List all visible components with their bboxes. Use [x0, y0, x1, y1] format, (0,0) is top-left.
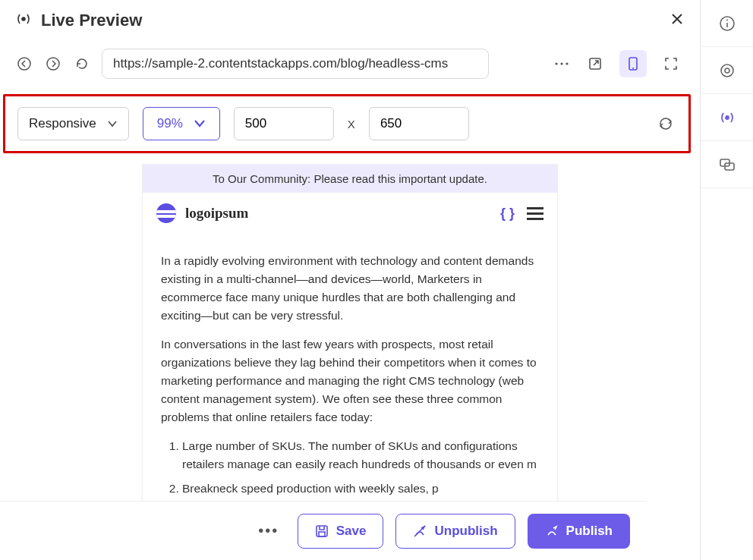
width-input[interactable] — [234, 107, 334, 140]
device-select-label: Responsive — [29, 116, 96, 131]
svg-point-15 — [721, 64, 733, 77]
zoom-label: 99% — [157, 116, 183, 131]
unpublish-label: Unpublish — [434, 524, 497, 539]
height-input[interactable] — [369, 107, 469, 140]
svg-point-16 — [725, 68, 729, 73]
chevron-down-icon — [194, 119, 206, 128]
page-title: Live Preview — [41, 11, 142, 30]
publish-label: Publish — [566, 524, 613, 539]
code-icon[interactable]: { } — [500, 206, 515, 222]
svg-point-4 — [560, 62, 562, 64]
svg-point-0 — [22, 17, 25, 20]
hamburger-icon[interactable] — [527, 207, 543, 220]
logo-text: logoipsum — [185, 205, 248, 222]
rail-live-preview-icon[interactable] — [701, 94, 753, 141]
preview-frame: To Our Community: Please read this impor… — [142, 164, 558, 543]
device-select[interactable]: Responsive — [17, 107, 129, 140]
body-para-1: In a rapidly evolving environment with t… — [161, 252, 539, 325]
svg-point-2 — [47, 58, 59, 70]
forward-button[interactable] — [44, 55, 62, 73]
rail-comments-icon[interactable] — [701, 141, 753, 188]
url-input[interactable] — [102, 49, 489, 79]
save-button[interactable]: Save — [298, 514, 384, 549]
svg-point-17 — [726, 116, 729, 119]
save-icon — [315, 524, 329, 538]
logo-mark-icon — [156, 203, 176, 223]
footer-more-icon[interactable]: ••• — [252, 514, 285, 548]
open-external-icon[interactable] — [581, 50, 609, 77]
body-para-2: In conversations in the last few years w… — [161, 335, 539, 426]
dimension-separator: X — [348, 118, 355, 131]
preview-body: In a rapidly evolving environment with t… — [143, 234, 557, 516]
publish-button[interactable]: Publish — [528, 514, 630, 549]
unpublish-icon — [413, 524, 427, 538]
rotate-device-icon[interactable] — [655, 113, 676, 134]
svg-point-1 — [18, 58, 30, 70]
close-button[interactable] — [670, 11, 685, 30]
list-item: Large number of SKUs. The number of SKUs… — [182, 437, 539, 473]
live-preview-icon — [15, 12, 32, 29]
mobile-view-icon[interactable] — [619, 50, 647, 77]
responsive-controls: Responsive 99% X — [3, 94, 691, 153]
svg-point-3 — [555, 62, 557, 64]
zoom-select[interactable]: 99% — [143, 107, 220, 140]
rail-target-icon[interactable] — [701, 47, 753, 94]
unpublish-button[interactable]: Unpublish — [395, 514, 515, 549]
svg-rect-10 — [319, 532, 325, 536]
rail-info-icon[interactable] — [701, 0, 753, 47]
reload-button[interactable] — [73, 55, 91, 73]
svg-point-5 — [566, 62, 568, 64]
more-menu-icon[interactable] — [553, 55, 571, 73]
community-banner: To Our Community: Please read this impor… — [143, 165, 557, 193]
chevron-down-icon — [107, 120, 118, 127]
list-item: Breakneck speed production with weekly s… — [182, 480, 539, 498]
publish-icon — [545, 524, 559, 538]
back-button[interactable] — [15, 55, 33, 73]
save-label: Save — [336, 524, 367, 539]
svg-rect-9 — [317, 526, 327, 536]
svg-point-14 — [726, 19, 728, 20]
fullscreen-icon[interactable] — [657, 50, 685, 77]
